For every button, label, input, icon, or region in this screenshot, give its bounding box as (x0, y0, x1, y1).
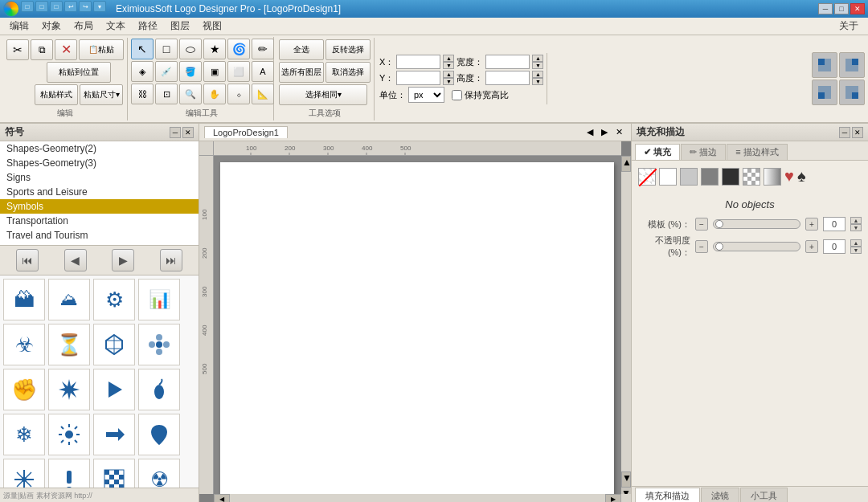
tb-icon-6[interactable]: ▾ (93, 1, 106, 12)
symbol-item[interactable] (48, 414, 90, 455)
nav-last[interactable]: ⏭ (160, 249, 182, 271)
symbol-item[interactable]: ☢ (138, 459, 180, 488)
tb-icon-5[interactable]: ↪ (79, 1, 92, 12)
select-same-button[interactable]: 选择相同▾ (279, 84, 367, 105)
fill-panel-close[interactable]: ✕ (852, 127, 863, 138)
paste-button[interactable]: 📋粘贴 (79, 39, 124, 60)
tb-icon-4[interactable]: ↩ (64, 1, 77, 12)
h-spin-up[interactable]: ▲ (532, 71, 543, 78)
swatch-black[interactable] (722, 168, 739, 186)
bottom-tab-filter[interactable]: 滤镜 (701, 488, 739, 502)
symbol-item[interactable]: ⛰ (48, 279, 90, 320)
swatch-dgray[interactable] (701, 168, 719, 186)
ellipse-tool[interactable]: ⬭ (179, 39, 202, 59)
scroll-h-right[interactable]: ▶ (605, 494, 621, 502)
symbol-item[interactable] (93, 459, 135, 488)
opacity-minus[interactable]: − (695, 218, 708, 231)
tab-stroke-style[interactable]: ≡ 描边样式 (727, 144, 787, 160)
symbol-item[interactable]: 🏔 (3, 279, 45, 320)
design-canvas[interactable] (220, 162, 614, 494)
paste-position-button[interactable]: 粘贴到位置 (47, 62, 111, 83)
unit-select[interactable]: px mm cm (408, 87, 444, 103)
swatch-gradient[interactable] (764, 168, 781, 186)
opacity-plus[interactable]: + (805, 218, 818, 231)
tab-fill[interactable]: ✔ 填充 (635, 144, 680, 160)
node-tool[interactable]: ⬦ (227, 84, 250, 104)
opacity-spin-down[interactable]: ▼ (850, 224, 862, 231)
panel-close[interactable]: ✕ (182, 127, 194, 138)
bottom-tab-fill[interactable]: 填充和描边 (635, 488, 700, 502)
cut-button[interactable]: ✂ (6, 39, 29, 60)
crop-tool[interactable]: ⊡ (155, 84, 178, 104)
symbol-item[interactable] (138, 414, 180, 455)
pan-tool[interactable]: ✋ (203, 84, 226, 104)
copy-button[interactable]: ⧉ (31, 39, 53, 60)
bottom-tab-tools[interactable]: 小工具 (740, 488, 788, 502)
align-bl[interactable] (812, 80, 837, 105)
swatch-white[interactable] (659, 168, 677, 186)
symbol-item[interactable] (138, 369, 180, 410)
x-spin-down[interactable]: ▼ (443, 62, 454, 69)
swatch-transparent[interactable] (638, 168, 656, 186)
scroll-v-down[interactable]: ▼ (621, 471, 631, 488)
symbol-item[interactable] (3, 459, 45, 488)
nav-next[interactable]: ▶ (112, 249, 134, 271)
h-spin-down[interactable]: ▼ (532, 78, 543, 85)
symbol-item[interactable] (93, 324, 135, 365)
y-spin-down[interactable]: ▼ (443, 78, 454, 85)
tb-icon-1[interactable]: □ (21, 1, 34, 12)
category-wines[interactable]: Wines and Brewing (0, 243, 199, 246)
w-spin-down[interactable]: ▼ (532, 62, 543, 69)
menu-object[interactable]: 对象 (35, 18, 68, 35)
nav-first[interactable]: ⏮ (16, 249, 39, 271)
transparency-thumb[interactable] (715, 243, 723, 251)
symbol-item[interactable] (48, 369, 90, 410)
tb-icon-3[interactable]: □ (50, 1, 63, 12)
minimize-button[interactable]: ─ (818, 3, 833, 14)
transparency-minus[interactable]: − (695, 240, 708, 253)
close-button[interactable]: ✕ (850, 3, 865, 14)
swatch-checker[interactable] (743, 168, 760, 186)
eyedropper-tool[interactable]: 💉 (155, 61, 178, 82)
symbol-item[interactable]: ⚙ (93, 279, 135, 320)
select-all-button[interactable]: 全选 (279, 39, 324, 60)
menu-layers[interactable]: 图层 (164, 18, 196, 35)
zoom-tool[interactable]: 🔍 (179, 84, 202, 104)
transparency-plus[interactable]: + (805, 240, 818, 253)
transparency-spin-down[interactable]: ▼ (850, 247, 862, 254)
symbol-item[interactable] (48, 459, 90, 488)
delete-button[interactable]: ✕ (55, 39, 77, 60)
select-tool[interactable]: ↖ (131, 39, 154, 59)
menu-layout[interactable]: 布局 (68, 18, 100, 35)
paint-tool[interactable]: 🪣 (179, 61, 202, 82)
connect-tool[interactable]: ⛓ (131, 84, 154, 104)
pencil-tool[interactable]: ✏ (252, 39, 274, 59)
rect-tool[interactable]: □ (155, 39, 178, 59)
symbol-item[interactable] (93, 414, 135, 455)
tb-icon-2[interactable]: □ (35, 1, 48, 12)
paste-size-button[interactable]: 粘贴尺寸▾ (80, 84, 123, 105)
symbol-item[interactable]: 📊 (138, 279, 180, 320)
eraser-tool[interactable]: ⬜ (227, 61, 250, 82)
width-input[interactable] (485, 55, 530, 69)
scroll-h-left[interactable]: ◀ (214, 494, 230, 502)
text-tool[interactable]: A (252, 61, 274, 82)
tab-stroke[interactable]: ✏ 描边 (681, 144, 726, 160)
align-tl[interactable] (812, 52, 837, 78)
scroll-h-track[interactable] (230, 494, 605, 502)
height-input[interactable] (485, 71, 530, 85)
opacity-spin-up[interactable]: ▲ (850, 217, 862, 224)
category-transportation[interactable]: Transportation (0, 214, 199, 228)
menu-about[interactable]: 关于 (833, 18, 865, 35)
category-sports[interactable]: Sports and Leisure (0, 185, 199, 199)
align-br[interactable] (839, 80, 865, 105)
scroll-v-track[interactable] (621, 172, 631, 471)
menu-path[interactable]: 路径 (132, 18, 164, 35)
canvas-next-tab[interactable]: ▶ (598, 127, 611, 137)
symbol-item[interactable]: ☣ (3, 324, 45, 365)
measure-tool[interactable]: 📐 (252, 84, 274, 104)
symbol-item[interactable] (93, 369, 135, 410)
category-travel[interactable]: Travel and Tourism (0, 228, 199, 243)
transparency-track[interactable] (713, 242, 800, 251)
invert-select-button[interactable]: 反转选择 (326, 39, 371, 60)
